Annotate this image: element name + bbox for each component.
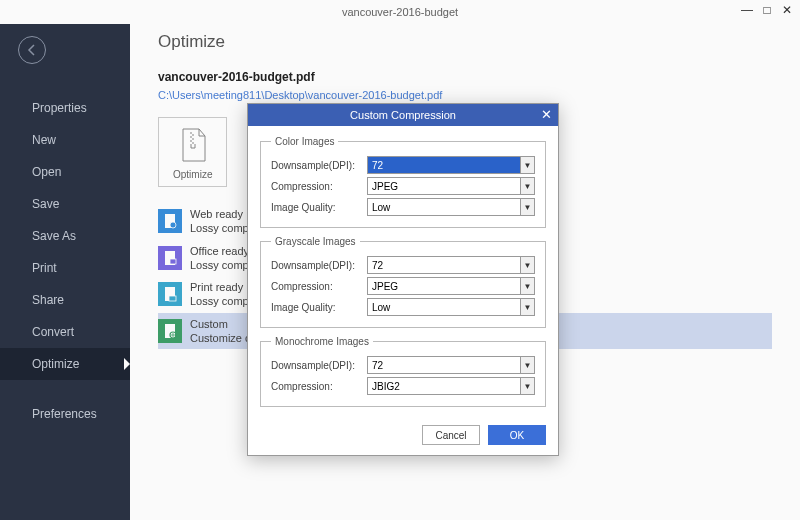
color-compression-select[interactable]: JPEG▼ bbox=[367, 177, 535, 195]
cancel-button[interactable]: Cancel bbox=[422, 425, 480, 445]
gray-quality-select[interactable]: Low▼ bbox=[367, 298, 535, 316]
color-legend: Color Images bbox=[271, 136, 338, 147]
mono-legend: Monochrome Images bbox=[271, 336, 373, 347]
dialog-close-icon[interactable]: ✕ bbox=[538, 106, 554, 122]
gray-legend: Grayscale Images bbox=[271, 236, 360, 247]
chevron-down-icon: ▼ bbox=[520, 278, 534, 294]
chevron-down-icon: ▼ bbox=[520, 157, 534, 173]
color-images-group: Color Images Downsample(DPI):72▼ Compres… bbox=[260, 136, 546, 228]
ok-button[interactable]: OK bbox=[488, 425, 546, 445]
chevron-down-icon: ▼ bbox=[520, 199, 534, 215]
custom-compression-dialog: Custom Compression ✕ Color Images Downsa… bbox=[247, 103, 559, 456]
monochrome-images-group: Monochrome Images Downsample(DPI):72▼ Co… bbox=[260, 336, 546, 407]
mono-compression-select[interactable]: JBIG2▼ bbox=[367, 377, 535, 395]
chevron-down-icon: ▼ bbox=[520, 378, 534, 394]
chevron-down-icon: ▼ bbox=[520, 257, 534, 273]
chevron-down-icon: ▼ bbox=[520, 357, 534, 373]
chevron-down-icon: ▼ bbox=[520, 178, 534, 194]
dialog-header[interactable]: Custom Compression ✕ bbox=[248, 104, 558, 126]
gray-downsample-select[interactable]: 72▼ bbox=[367, 256, 535, 274]
gray-compression-select[interactable]: JPEG▼ bbox=[367, 277, 535, 295]
dialog-title: Custom Compression bbox=[350, 109, 456, 121]
color-downsample-select[interactable]: 72▼ bbox=[367, 156, 535, 174]
color-quality-select[interactable]: Low▼ bbox=[367, 198, 535, 216]
mono-downsample-select[interactable]: 72▼ bbox=[367, 356, 535, 374]
grayscale-images-group: Grayscale Images Downsample(DPI):72▼ Com… bbox=[260, 236, 546, 328]
chevron-down-icon: ▼ bbox=[520, 299, 534, 315]
